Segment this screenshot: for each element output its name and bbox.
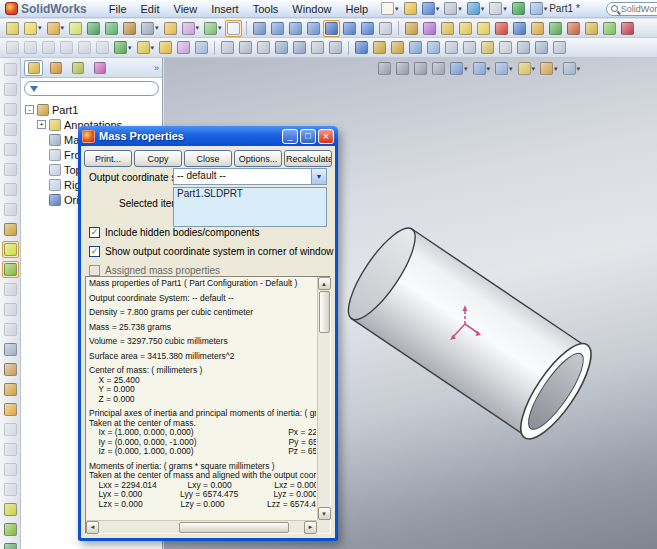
- plane-front-icon[interactable]: [2, 421, 19, 438]
- copy-button[interactable]: Copy: [134, 150, 182, 167]
- dropdown-caret-icon[interactable]: ▾: [196, 24, 200, 32]
- menu-help[interactable]: Help: [338, 1, 375, 17]
- output-coordinate-system-dropdown[interactable]: -- default -- ▼: [173, 168, 327, 185]
- checkbox-include-hidden-bodies-components[interactable]: ✓Include hidden bodies/components: [89, 227, 333, 238]
- horizontal-scrollbar[interactable]: ◄ ►: [86, 520, 317, 533]
- component-pattern-icon[interactable]: ▾: [139, 20, 161, 37]
- camera-views-icon[interactable]: [327, 39, 344, 56]
- dropdown-caret-icon[interactable]: ▾: [532, 65, 536, 73]
- mass-properties-icon[interactable]: [269, 20, 286, 37]
- convert-entities-icon[interactable]: [439, 20, 456, 37]
- checkbox-box[interactable]: [89, 265, 100, 276]
- scroll-left-icon[interactable]: ◄: [86, 521, 99, 534]
- check-circle-icon[interactable]: [601, 20, 618, 37]
- sketch-picture-icon[interactable]: [2, 381, 19, 398]
- menu-window[interactable]: Window: [285, 1, 338, 17]
- print-icon[interactable]: ▾: [442, 0, 464, 17]
- chamfer-icon[interactable]: [497, 39, 514, 56]
- reference-geometry-icon[interactable]: [323, 20, 340, 37]
- menu-insert[interactable]: Insert: [204, 1, 246, 17]
- mate-icon[interactable]: [22, 39, 39, 56]
- named-views-icon[interactable]: [273, 39, 290, 56]
- chevron-down-icon[interactable]: ▼: [311, 169, 326, 184]
- select-arrow-icon[interactable]: [225, 20, 242, 37]
- draft-icon[interactable]: [551, 39, 568, 56]
- point-icon[interactable]: [2, 221, 19, 238]
- dropdown-caret-icon[interactable]: ▾: [503, 5, 507, 13]
- vertical-scroll-thumb[interactable]: [319, 291, 330, 333]
- scroll-down-icon[interactable]: ▼: [318, 507, 331, 520]
- render-icon[interactable]: [619, 20, 636, 37]
- polygon-icon[interactable]: [2, 201, 19, 218]
- dropdown-caret-icon[interactable]: ▾: [218, 24, 222, 32]
- dropdown-caret-icon[interactable]: ▾: [544, 5, 548, 13]
- zoom-to-fit-icon[interactable]: [376, 60, 393, 77]
- menu-tools[interactable]: Tools: [246, 1, 286, 17]
- save-icon[interactable]: ▾: [420, 0, 442, 17]
- print-button[interactable]: Print...: [84, 150, 132, 167]
- redo-icon[interactable]: ▾: [202, 20, 224, 37]
- smart-dimension-icon[interactable]: [421, 20, 438, 37]
- featuremanager-tree-tab[interactable]: [24, 60, 43, 76]
- dropdown-caret-icon[interactable]: ▾: [395, 5, 399, 13]
- checkbox-assigned-mass-properties[interactable]: Assigned mass properties: [89, 265, 333, 276]
- smart-fasteners-icon[interactable]: [58, 39, 75, 56]
- rotate-component-icon[interactable]: [193, 39, 210, 56]
- options-list-icon[interactable]: ▾: [528, 0, 550, 17]
- new-motion-study-icon[interactable]: [175, 39, 192, 56]
- checkbox-show-output-coordinate-system-in-corner-of-window[interactable]: ✓Show output coordinate system in corner…: [89, 246, 333, 257]
- panel-overflow-chevron[interactable]: »: [154, 63, 159, 73]
- section-properties-icon[interactable]: [287, 20, 304, 37]
- cylinder-body[interactable]: [336, 218, 603, 448]
- horizontal-scroll-thumb[interactable]: [179, 522, 289, 533]
- interference-detection-icon[interactable]: ▾: [135, 39, 157, 56]
- measure-icon[interactable]: [251, 20, 268, 37]
- sketch-icon[interactable]: [403, 20, 420, 37]
- sketch-edit-icon[interactable]: [2, 501, 19, 518]
- configurationmanager-tab[interactable]: [68, 60, 87, 76]
- maximize-button[interactable]: □: [300, 129, 316, 144]
- swept-boss-icon[interactable]: [407, 39, 424, 56]
- instant3d-icon[interactable]: [359, 20, 376, 37]
- rectangle-icon[interactable]: [2, 101, 19, 118]
- menu-view[interactable]: View: [167, 1, 205, 17]
- dropdown-caret-icon[interactable]: ▾: [577, 65, 581, 73]
- exploded-view-icon[interactable]: ▾: [112, 39, 134, 56]
- summation-icon[interactable]: [511, 20, 528, 37]
- open-folder-icon[interactable]: [402, 0, 419, 17]
- extruded-boss-icon[interactable]: [371, 39, 388, 56]
- search-box[interactable]: [606, 2, 657, 16]
- rotate-view-icon[interactable]: [412, 60, 429, 77]
- minimize-button[interactable]: _: [282, 129, 298, 144]
- curves-icon[interactable]: [341, 20, 358, 37]
- zoom-to-area-icon[interactable]: [394, 60, 411, 77]
- pan-icon[interactable]: [430, 60, 447, 77]
- centerline-icon[interactable]: [2, 281, 19, 298]
- plane-right-icon[interactable]: [2, 461, 19, 478]
- close-icon[interactable]: ×: [318, 129, 334, 144]
- assembly-features-icon[interactable]: [157, 39, 174, 56]
- menu-edit[interactable]: Edit: [134, 1, 167, 17]
- publish-edrawings-icon[interactable]: [121, 20, 138, 37]
- dropdown-caret-icon[interactable]: ▾: [487, 65, 491, 73]
- zoom-in-out-icon[interactable]: [219, 39, 236, 56]
- save-all-icon[interactable]: [103, 20, 120, 37]
- make-drawing-from-part-icon[interactable]: ▾: [45, 20, 67, 37]
- dropdown-caret-icon[interactable]: ▾: [554, 65, 558, 73]
- rebuild-traffic-light-icon[interactable]: [510, 0, 527, 17]
- revolved-cut-icon[interactable]: [461, 39, 478, 56]
- revolved-boss-icon[interactable]: [389, 39, 406, 56]
- undo-icon[interactable]: ▾: [180, 20, 202, 37]
- extruded-cut-icon[interactable]: [443, 39, 460, 56]
- vertical-scrollbar[interactable]: ▲ ▼: [317, 277, 330, 520]
- dialog-title-bar[interactable]: Mass Properties _ □ ×: [78, 126, 338, 146]
- checkbox-box[interactable]: ✓: [89, 227, 100, 238]
- design-table-icon[interactable]: [475, 20, 492, 37]
- trim-entities-icon[interactable]: [457, 20, 474, 37]
- linear-component-pattern-icon[interactable]: [40, 39, 57, 56]
- plane-iso-icon[interactable]: [2, 481, 19, 498]
- mirror-entities-icon[interactable]: [2, 321, 19, 338]
- dropdown-caret-icon[interactable]: ▾: [128, 44, 132, 52]
- scroll-right-icon[interactable]: ►: [304, 521, 317, 534]
- show-hidden-components-icon[interactable]: [94, 39, 111, 56]
